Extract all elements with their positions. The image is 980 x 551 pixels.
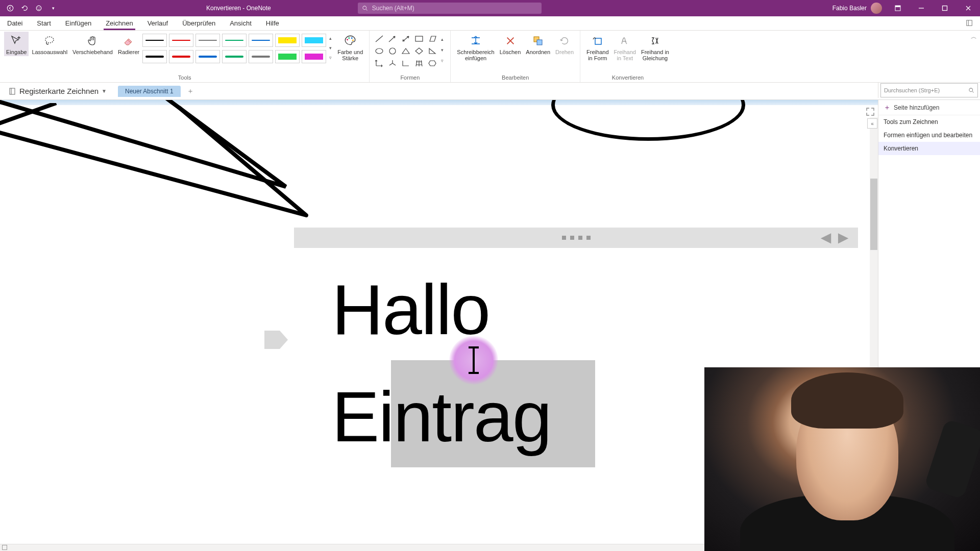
- share-button[interactable]: [963, 17, 976, 30]
- tab-zeichnen[interactable]: Zeichnen: [99, 17, 140, 30]
- lasso-icon: [42, 34, 57, 48]
- pen-gallery-more[interactable]: ▴▾▿: [326, 32, 334, 64]
- shape-ellipse[interactable]: [374, 46, 385, 56]
- shape-hexagon[interactable]: [427, 58, 438, 68]
- insert-space-button[interactable]: Schreibbereich einfügen: [455, 32, 496, 62]
- chevron-down-icon: ▼: [102, 88, 107, 94]
- tab-einfuegen[interactable]: Einfügen: [58, 17, 99, 30]
- maximize-button[interactable]: [933, 0, 957, 16]
- pen-black-thick[interactable]: [142, 50, 167, 63]
- hl-cyan[interactable]: [302, 34, 326, 47]
- hl-yellow[interactable]: [275, 34, 300, 47]
- indent-handle[interactable]: ►: [835, 228, 852, 247]
- svg-point-3: [39, 7, 40, 8]
- tab-verlauf[interactable]: Verlauf: [140, 17, 175, 30]
- shape-line[interactable]: [374, 34, 385, 44]
- add-section-button[interactable]: ＋: [185, 86, 196, 97]
- shape-diamond[interactable]: [413, 46, 425, 56]
- group-formen: ▴▾▿ Formen: [370, 31, 451, 82]
- hl-magenta[interactable]: [302, 50, 326, 63]
- pen-gray-thin[interactable]: [195, 34, 220, 47]
- pen-blue-thick[interactable]: [195, 50, 220, 63]
- hl-green[interactable]: [275, 50, 300, 63]
- status-indicator[interactable]: [2, 545, 7, 550]
- svg-rect-20: [10, 88, 15, 94]
- rotate-icon: [557, 34, 572, 48]
- add-page-button[interactable]: ＋ Seite hinzufügen: [878, 100, 980, 115]
- shape-axes-2d[interactable]: [374, 58, 385, 68]
- lasso-button[interactable]: Lassoauswahl: [30, 32, 69, 56]
- shape-arrow[interactable]: [387, 34, 398, 44]
- shapes-gallery-more[interactable]: ▴▾▿: [438, 32, 446, 68]
- minimize-button[interactable]: [910, 0, 933, 16]
- container-header[interactable]: ◄ ►: [294, 228, 858, 248]
- tab-ueberpruefen[interactable]: Überprüfen: [175, 17, 223, 30]
- pen-gallery[interactable]: [142, 32, 326, 64]
- pen-red-thin[interactable]: [169, 34, 193, 47]
- shape-parallelogram[interactable]: [427, 34, 438, 44]
- ink-to-shape-button[interactable]: Freihand in Form: [584, 32, 610, 62]
- svg-point-15: [376, 48, 383, 54]
- drag-handle-icon[interactable]: [562, 236, 591, 240]
- shape-grid-3d[interactable]: [413, 58, 425, 68]
- pen-black-thin[interactable]: [142, 34, 167, 47]
- close-button[interactable]: [957, 0, 980, 16]
- user-area[interactable]: Fabio Basler: [832, 3, 882, 14]
- page-search-input[interactable]: Durchsuchen (Strg+E): [880, 83, 978, 97]
- scrollbar-thumb[interactable]: [870, 179, 877, 250]
- svg-rect-14: [415, 36, 423, 41]
- search-box[interactable]: Suchen (Alt+M): [358, 3, 542, 14]
- shape-right-triangle[interactable]: [427, 46, 438, 56]
- tab-start[interactable]: Start: [30, 17, 58, 30]
- tab-ansicht[interactable]: Ansicht: [223, 17, 259, 30]
- back-button[interactable]: [4, 2, 16, 14]
- shape-triangle[interactable]: [400, 46, 411, 56]
- plus-icon: ＋: [884, 103, 891, 112]
- shape-axes-3d[interactable]: [387, 58, 398, 68]
- pen-green-thin[interactable]: [222, 34, 247, 47]
- svg-point-10: [347, 39, 348, 40]
- shape-double-arrow[interactable]: [400, 34, 411, 44]
- title-bar: ▾ Konvertieren - OneNote Suchen (Alt+M) …: [0, 0, 980, 16]
- arrange-button[interactable]: Anordnen: [524, 32, 552, 56]
- shapes-gallery[interactable]: [374, 32, 438, 68]
- ink-to-math-button[interactable]: Freihand in Gleichung: [639, 32, 671, 62]
- notebook-dropdown[interactable]: Registerkarte Zeichnen ▼: [3, 85, 112, 97]
- drawn-triangle-shape[interactable]: [0, 103, 337, 236]
- type-cursor-icon: [9, 34, 23, 48]
- undo-button[interactable]: [18, 2, 31, 14]
- text-line-2[interactable]: Eintrag: [332, 375, 551, 458]
- page-item-0[interactable]: Tools zum Zeichnen: [878, 115, 980, 129]
- ribbon-collapse-button[interactable]: ︿: [971, 33, 977, 41]
- eingabe-button[interactable]: Eingabe: [4, 32, 29, 56]
- section-tab[interactable]: Neuer Abschnitt 1: [118, 86, 181, 97]
- notebook-name: Registerkarte Zeichnen: [19, 87, 99, 95]
- page-item-1[interactable]: Formen einfügen und bearbeiten: [878, 129, 980, 142]
- panel-collapse-button[interactable]: «: [867, 118, 877, 129]
- insert-space-icon: [469, 34, 483, 48]
- touch-mode-button[interactable]: [33, 2, 45, 14]
- color-thickness-button[interactable]: Farbe und Stärke: [335, 32, 365, 62]
- pen-green-thick[interactable]: [222, 50, 247, 63]
- fullscreen-toggle[interactable]: [866, 107, 875, 116]
- drawn-ellipse[interactable]: [551, 100, 745, 141]
- delete-button[interactable]: Löschen: [498, 32, 523, 56]
- shape-rect[interactable]: [413, 34, 425, 44]
- outdent-handle[interactable]: ◄: [817, 228, 835, 247]
- shape-axes-xy[interactable]: [400, 58, 411, 68]
- pen-red-thick[interactable]: [169, 50, 193, 63]
- eraser-button[interactable]: Radierer: [116, 32, 141, 56]
- tab-hilfe[interactable]: Hilfe: [259, 17, 286, 30]
- svg-rect-6: [895, 6, 900, 7]
- webcam-overlay: [704, 367, 980, 551]
- ribbon-display-options[interactable]: [886, 0, 910, 16]
- qat-customize[interactable]: ▾: [47, 2, 59, 14]
- tab-datei[interactable]: Datei: [0, 17, 30, 30]
- pen-gray-thick[interactable]: [249, 50, 273, 63]
- pen-blue-thin[interactable]: [249, 34, 273, 47]
- notebook-icon: [8, 87, 16, 95]
- hand-button[interactable]: Verschiebehand: [70, 32, 115, 56]
- note-tag-icon[interactable]: [260, 324, 291, 355]
- shape-circle[interactable]: [387, 46, 398, 56]
- page-item-2[interactable]: Konvertieren: [878, 142, 980, 155]
